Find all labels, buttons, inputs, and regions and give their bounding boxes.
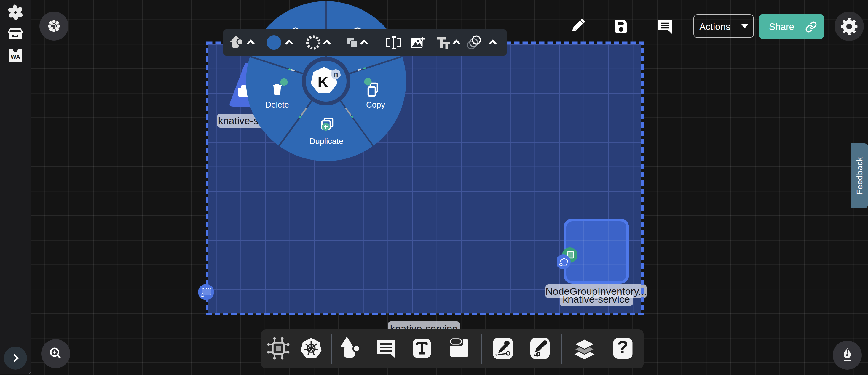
- svg-text:WA: WA: [11, 54, 20, 60]
- svg-text:K: K: [317, 73, 329, 91]
- svg-text:n: n: [334, 70, 338, 78]
- svg-text:Delete: Delete: [265, 100, 289, 109]
- svg-text:Duplicate: Duplicate: [309, 137, 344, 146]
- svg-text:?: ?: [617, 337, 628, 357]
- svg-text:Copy: Copy: [366, 100, 385, 109]
